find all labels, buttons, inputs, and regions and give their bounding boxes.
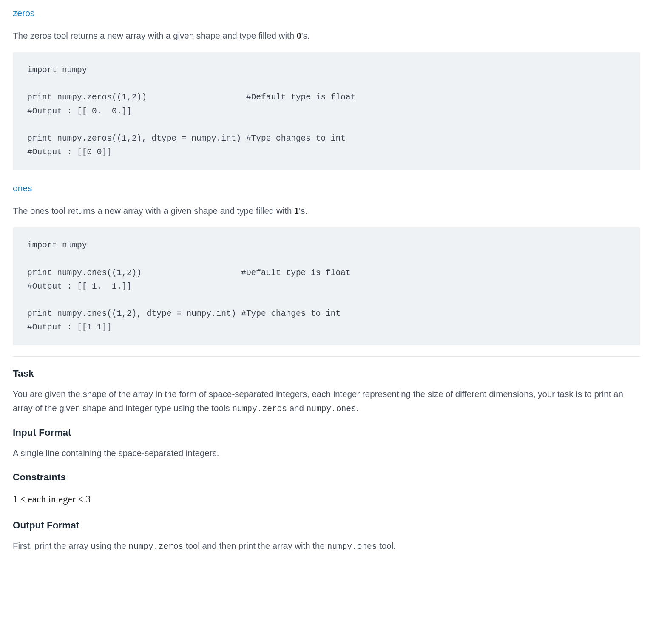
output-format-heading: Output Format <box>13 518 640 533</box>
zeros-link[interactable]: zeros <box>13 8 34 18</box>
output-text-post: tool. <box>377 541 396 550</box>
zeros-description: The zeros tool returns a new array with … <box>13 28 640 43</box>
output-text-mid: tool and then print the array with the <box>183 541 327 550</box>
divider <box>13 356 640 357</box>
zeros-section: zeros The zeros tool returns a new array… <box>13 6 640 170</box>
ones-desc-post: 's. <box>299 206 307 216</box>
problem-statement: zeros The zeros tool returns a new array… <box>0 0 653 575</box>
output-format-text: First, print the array using the numpy.z… <box>13 539 640 553</box>
output-text-pre: First, print the array using the <box>13 541 128 550</box>
input-format-text: A single line containing the space-separ… <box>13 446 640 460</box>
task-code-ones: numpy.ones <box>307 404 356 414</box>
zeros-desc-pre: The zeros tool returns a new array with … <box>13 31 297 40</box>
zeros-desc-post: 's. <box>301 31 310 40</box>
input-format-heading: Input Format <box>13 425 640 440</box>
ones-description: The ones tool returns a new array with a… <box>13 203 640 218</box>
task-heading: Task <box>13 366 640 381</box>
ones-code-block: import numpy print numpy.ones((1,2)) #De… <box>13 227 640 345</box>
ones-desc-bold: 1 <box>294 205 299 216</box>
output-code-zeros: numpy.zeros <box>128 542 183 551</box>
zeros-desc-bold: 0 <box>297 30 301 41</box>
task-code-zeros: numpy.zeros <box>232 404 287 414</box>
ones-link[interactable]: ones <box>13 183 32 193</box>
task-text-mid: and <box>287 403 307 413</box>
ones-section: ones The ones tool returns a new array w… <box>13 181 640 345</box>
ones-desc-pre: The ones tool returns a new array with a… <box>13 206 294 216</box>
constraints-heading: Constraints <box>13 470 640 485</box>
constraints-text: 1 ≤ each integer ≤ 3 <box>13 492 640 508</box>
task-text-post: . <box>356 403 359 413</box>
zeros-code-block: import numpy print numpy.zeros((1,2)) #D… <box>13 52 640 170</box>
output-code-ones: numpy.ones <box>327 542 377 551</box>
task-text: You are given the shape of the array in … <box>13 387 640 416</box>
